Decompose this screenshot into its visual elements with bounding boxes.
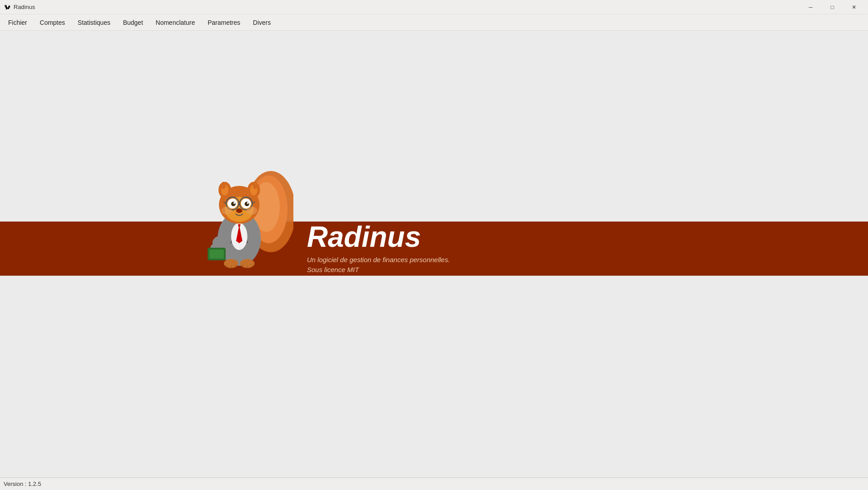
maximize-button[interactable]: □ (822, 0, 843, 14)
status-bar: Version : 1.2.5 (0, 477, 868, 490)
svg-point-34 (246, 207, 257, 215)
svg-point-28 (231, 202, 236, 206)
close-button[interactable]: ✕ (844, 0, 864, 14)
menu-item-budget[interactable]: Budget (116, 17, 149, 28)
banner-text: Radinus Un logiciel de gestion de financ… (307, 222, 450, 275)
app-icon: 🐿 (4, 4, 11, 11)
svg-point-33 (221, 207, 232, 215)
banner-title: Radinus (307, 222, 450, 251)
menu-item-nomenclature[interactable]: Nomenclature (149, 17, 201, 28)
menu-item-divers[interactable]: Divers (246, 17, 277, 28)
menu-item-statistiques[interactable]: Statistiques (71, 17, 116, 28)
svg-point-29 (245, 202, 249, 206)
title-bar: 🐿 Radinus ─ □ ✕ (0, 0, 868, 14)
banner-subtitle-line1: Un logiciel de gestion de finances perso… (307, 256, 450, 263)
menu-bar: FichierComptesStatistiquesBudgetNomencla… (0, 14, 868, 31)
title-bar-controls: ─ □ ✕ (800, 0, 864, 14)
minimize-button[interactable]: ─ (800, 0, 821, 14)
menu-item-comptes[interactable]: Comptes (33, 17, 71, 28)
banner: Radinus Un logiciel de gestion de financ… (0, 222, 868, 276)
banner-subtitle-line2: Sous licence MIT (307, 266, 359, 273)
menu-item-fichier[interactable]: Fichier (2, 17, 33, 28)
svg-point-20 (253, 182, 257, 189)
svg-rect-12 (209, 250, 224, 259)
title-bar-title: Radinus (14, 4, 35, 10)
main-content: Radinus Un logiciel de gestion de financ… (0, 31, 868, 477)
version-label: Version : 1.2.5 (4, 481, 41, 487)
svg-point-31 (247, 202, 249, 204)
menu-item-parametres[interactable]: Parametres (201, 17, 246, 28)
svg-point-19 (221, 182, 226, 189)
banner-subtitle: Un logiciel de gestion de finances perso… (307, 255, 450, 275)
svg-point-30 (233, 202, 235, 204)
title-bar-left: 🐿 Radinus (4, 4, 35, 11)
svg-point-32 (236, 208, 242, 213)
mascot (194, 153, 293, 279)
